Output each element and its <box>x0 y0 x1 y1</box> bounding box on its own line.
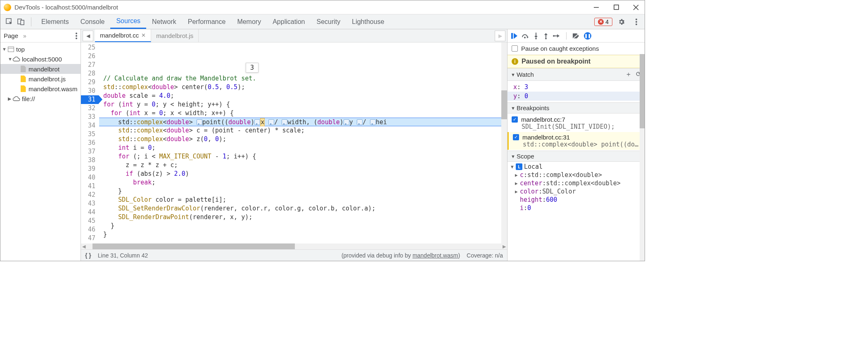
collapse-arrow-icon[interactable]: ▼ <box>511 154 517 159</box>
tab-console[interactable]: Console <box>75 14 111 29</box>
step-out-icon[interactable] <box>543 33 549 39</box>
breakpoint-item-active[interactable]: ✓mandelbrot.cc:31 std::complex<double> p… <box>508 132 645 150</box>
scope-var[interactable]: ▶center: std::complex<double> <box>508 179 645 187</box>
code-content[interactable]: 3 // Calculate and draw the Mandelbrot s… <box>99 43 501 243</box>
pause-on-exceptions-icon[interactable]: ❚❚ <box>584 32 591 40</box>
scroll-left-icon[interactable]: ◀ <box>81 244 87 249</box>
scope-local[interactable]: ▼ L Local <box>508 163 645 171</box>
checkbox-checked[interactable]: ✓ <box>513 134 519 140</box>
settings-icon[interactable] <box>616 16 627 28</box>
debugger-panel: ❚❚ Pause on caught exceptions i Paused o… <box>508 29 645 261</box>
navigator-panel: Page » ▼ top ▼ localhost:5000 mandelbrot <box>0 29 81 261</box>
watch-header[interactable]: ▼ Watch ＋ ⟳ <box>508 68 645 81</box>
resume-icon[interactable] <box>511 33 517 39</box>
window-title: DevTools - localhost:5000/mandelbrot <box>14 4 118 11</box>
debugger-toolbar: ❚❚ <box>508 29 645 43</box>
step-over-icon[interactable] <box>522 33 529 39</box>
tab-memory[interactable]: Memory <box>231 14 267 29</box>
svg-rect-6 <box>21 20 24 25</box>
svg-rect-1 <box>614 5 619 9</box>
script-icon <box>19 85 27 92</box>
svg-point-24 <box>545 38 547 39</box>
kebab-menu-icon[interactable] <box>631 16 642 28</box>
breakpoint-item[interactable]: ✓mandelbrot.cc:7 SDL_Init(SDL_INIT_VIDEO… <box>508 114 645 132</box>
checkbox-checked[interactable]: ✓ <box>512 116 518 123</box>
close-tab-icon[interactable]: ✕ <box>141 32 146 38</box>
tab-application[interactable]: Application <box>267 14 311 29</box>
watch-item[interactable]: x: 3 <box>508 83 645 92</box>
line-gutter[interactable]: 2526272829303132333435363738394041424344… <box>81 43 99 243</box>
step-into-icon[interactable] <box>533 33 539 39</box>
divider <box>31 17 31 26</box>
collapse-arrow-icon[interactable]: ▼ <box>511 72 517 77</box>
checkbox[interactable] <box>512 45 518 52</box>
local-badge-icon: L <box>516 163 522 170</box>
scope-var[interactable]: ▶color: SDL_Color <box>508 187 645 196</box>
scope-var[interactable]: i: 0 <box>508 204 645 212</box>
svg-point-11 <box>76 35 77 37</box>
step-icon[interactable] <box>553 33 560 38</box>
scope-header[interactable]: ▼ Scope <box>508 151 645 162</box>
vertical-scrollbar[interactable] <box>501 43 507 243</box>
tab-lighthouse[interactable]: Lighthouse <box>346 14 390 29</box>
error-count: 4 <box>605 19 609 25</box>
tab-sources[interactable]: Sources <box>110 14 146 29</box>
inspect-icon[interactable] <box>4 16 15 28</box>
wasm-link[interactable]: mandelbrot.wasm <box>413 252 458 259</box>
tree-file-mandelbrot[interactable]: mandelbrot <box>0 64 81 74</box>
pause-on-caught-row[interactable]: Pause on caught exceptions <box>508 43 645 55</box>
close-button[interactable] <box>631 2 641 13</box>
cloud-icon <box>13 57 20 61</box>
paused-banner: i Paused on breakpoint <box>508 55 645 68</box>
horizontal-scrollbar[interactable]: ◀ ▶ <box>81 243 507 249</box>
tab-security[interactable]: Security <box>311 14 346 29</box>
right-panel-scrollbar[interactable] <box>640 54 645 261</box>
separator <box>566 32 567 40</box>
tab-elements[interactable]: Elements <box>36 14 75 29</box>
expand-arrow-icon[interactable]: ▶ <box>8 96 13 102</box>
scope-body: ▼ L Local ▶c: std::complex<double> ▶cent… <box>508 162 645 213</box>
coverage-status: Coverage: n/a <box>467 252 503 259</box>
breakpoints-header[interactable]: ▼ Breakpoints <box>508 102 645 113</box>
svg-rect-15 <box>511 33 513 39</box>
nav-fwd-icon[interactable]: ▶ <box>495 31 505 41</box>
editor-statusbar: { } Line 31, Column 42 (provided via deb… <box>81 249 507 261</box>
scope-var[interactable]: ▶c: std::complex<double> <box>508 171 645 179</box>
scope-var[interactable]: height: 600 <box>508 196 645 204</box>
file-tab-mandelbrot-js[interactable]: mandelbrot.js <box>151 29 199 42</box>
tree-origin[interactable]: ▼ localhost:5000 <box>0 54 81 64</box>
collapse-arrow-icon[interactable]: ▼ <box>511 164 516 170</box>
editor-area[interactable]: 2526272829303132333435363738394041424344… <box>81 43 507 243</box>
watch-body: x: 3 y: 0 <box>508 81 645 102</box>
collapse-arrow-icon[interactable]: ▼ <box>511 106 517 111</box>
titlebar: DevTools - localhost:5000/mandelbrot <box>0 0 645 14</box>
maximize-button[interactable] <box>611 2 621 13</box>
navigator-more-tabs-icon[interactable]: » <box>23 33 26 39</box>
main-toolbar: Elements Console Sources Network Perform… <box>0 14 645 29</box>
tree-top[interactable]: ▼ top <box>0 44 81 54</box>
tab-network[interactable]: Network <box>146 14 182 29</box>
watch-item[interactable]: y: 0 <box>508 92 645 101</box>
file-tab-mandelbrot-cc[interactable]: mandelbrot.cc ✕ <box>95 29 151 42</box>
main-area: Page » ▼ top ▼ localhost:5000 mandelbrot <box>0 29 645 261</box>
expand-arrow-icon[interactable]: ▼ <box>8 57 13 61</box>
error-badge[interactable]: ✕ 4 <box>594 18 612 26</box>
deactivate-breakpoints-icon[interactable] <box>572 33 580 39</box>
svg-marker-23 <box>544 33 548 35</box>
add-watch-icon[interactable]: ＋ <box>625 70 632 79</box>
device-toggle-icon[interactable] <box>15 16 27 28</box>
navigator-menu-icon[interactable] <box>76 33 77 39</box>
tree-file-mandelbrot-js[interactable]: mandelbrot.js <box>0 74 81 84</box>
nav-back-icon[interactable]: ◀ <box>83 31 93 41</box>
pretty-print-icon[interactable]: { } <box>85 252 91 259</box>
cursor-position: Line 31, Column 42 <box>98 252 148 259</box>
minimize-button[interactable] <box>591 2 602 13</box>
scroll-right-icon[interactable]: ▶ <box>501 244 507 249</box>
tree-file-mandelbrot-wasm[interactable]: mandelbrot.wasm <box>0 84 81 94</box>
tab-performance[interactable]: Performance <box>182 14 232 29</box>
expand-arrow-icon[interactable]: ▼ <box>2 47 7 52</box>
navigator-title[interactable]: Page <box>4 32 18 39</box>
tree-file-scheme[interactable]: ▶ file:// <box>0 94 81 104</box>
svg-rect-13 <box>8 47 14 52</box>
cloud-icon <box>13 96 20 101</box>
